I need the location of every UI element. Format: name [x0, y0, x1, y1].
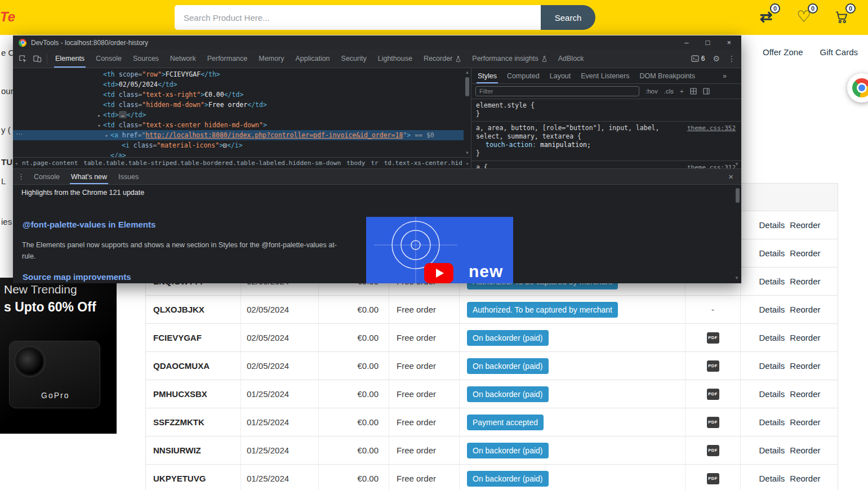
drawer-menu-icon[interactable]: ⋮	[17, 169, 25, 184]
code-line[interactable]: <td class="text-xs-right">€0.00</td>	[13, 90, 464, 100]
code-line[interactable]: ▸<td>…</td>	[13, 110, 464, 120]
tab-dom-breakpoints[interactable]: DOM Breakpoints	[634, 68, 700, 83]
drawer-scroll-down-icon[interactable]: ▼	[735, 275, 739, 280]
details-link[interactable]: Details	[759, 389, 785, 399]
breadcrumb-item[interactable]: tbody	[346, 159, 365, 168]
nav-gift-cards[interactable]: Gift Cards	[820, 47, 858, 57]
styles-filter-input[interactable]	[475, 86, 639, 96]
code-line[interactable]: <td class="hidden-md-down">Free order</t…	[13, 100, 464, 110]
inspect-element-icon[interactable]	[15, 50, 30, 68]
compare-button[interactable]: ⇄ 0	[756, 7, 776, 26]
tab-application[interactable]: Application	[290, 50, 335, 68]
collapse-arrow-icon[interactable]: ▾	[96, 121, 103, 131]
minimize-button[interactable]: –	[684, 38, 688, 47]
details-link[interactable]: Details	[759, 417, 785, 427]
tab-performance[interactable]: Performance	[202, 50, 253, 68]
details-link[interactable]: Details	[759, 248, 785, 258]
details-link[interactable]: Details	[759, 305, 785, 314]
pdf-invoice-icon[interactable]: PDF	[707, 417, 719, 428]
reorder-link[interactable]: Reorder	[790, 389, 820, 399]
tab-security[interactable]: Security	[336, 50, 372, 68]
details-link[interactable]: Details	[759, 446, 785, 455]
details-link[interactable]: Details	[759, 277, 785, 286]
reorder-link[interactable]: Reorder	[790, 446, 820, 455]
drawer-tab-console[interactable]: Console	[28, 169, 65, 184]
breadcrumb-item[interactable]: table.table.table-striped.table-bordered…	[83, 159, 341, 168]
search-input[interactable]	[175, 5, 541, 30]
drawer-close-icon[interactable]: ×	[725, 169, 737, 184]
reorder-link[interactable]: Reorder	[790, 305, 820, 314]
pdf-invoice-icon[interactable]: PDF	[707, 389, 719, 400]
styles-scroll-down-icon[interactable]: ▼	[735, 162, 739, 167]
tab-recorder[interactable]: Recorder	[418, 50, 466, 68]
drawer-tab-what-s-new[interactable]: What's new	[65, 169, 113, 184]
details-link[interactable]: Details	[759, 474, 785, 483]
tab-adblock[interactable]: AdBlock	[553, 50, 590, 68]
reorder-link[interactable]: Reorder	[790, 220, 820, 230]
reorder-link[interactable]: Reorder	[790, 417, 820, 427]
element-classes-button[interactable]: .cls	[664, 88, 674, 95]
css-property[interactable]: touch-action: manipulation;	[476, 141, 737, 149]
close-button[interactable]: ×	[727, 38, 731, 47]
promo-banner[interactable]: New Trending s Upto 60% Off GoPro	[0, 278, 117, 434]
pdf-invoice-icon[interactable]: PDF	[707, 332, 719, 344]
device-toolbar-icon[interactable]	[30, 50, 44, 68]
css-selector[interactable]: element.style {	[476, 101, 737, 110]
tab-computed[interactable]: Computed	[502, 68, 545, 83]
scrollbar-thumb[interactable]	[465, 77, 469, 96]
settings-gear-icon[interactable]: ⚙	[713, 54, 720, 63]
reorder-link[interactable]: Reorder	[790, 474, 820, 483]
tab-lighthouse[interactable]: Lighthouse	[372, 50, 418, 68]
code-line[interactable]: ▾<td class="text-xs-center hidden-md-dow…	[13, 120, 464, 130]
grid-overlay-icon[interactable]	[690, 88, 697, 95]
tab-styles[interactable]: Styles	[473, 68, 502, 83]
console-messages-button[interactable]: 6	[691, 55, 705, 63]
details-link[interactable]: Details	[759, 333, 785, 342]
crumb-scroll-right-icon[interactable]: ▸	[466, 161, 469, 166]
tab-console[interactable]: Console	[90, 50, 127, 68]
chrome-floating-button[interactable]	[847, 73, 868, 103]
breadcrumb-item[interactable]: td.text-xs-center.hidden-md-down	[384, 159, 462, 168]
expand-arrow-icon[interactable]: ▸	[96, 110, 103, 121]
more-options-icon[interactable]: ⋮	[728, 54, 736, 63]
scroll-down-icon[interactable]: ▼	[465, 150, 470, 155]
drawer-scrollbar-thumb[interactable]	[736, 188, 740, 203]
details-link[interactable]: Details	[759, 220, 785, 230]
wishlist-button[interactable]: ♡ 0	[794, 7, 813, 26]
tab-elements[interactable]: Elements	[50, 50, 90, 68]
cart-button[interactable]: 0	[832, 7, 851, 26]
reorder-link[interactable]: Reorder	[790, 277, 820, 286]
pdf-invoice-icon[interactable]: PDF	[707, 445, 719, 456]
drawer-tab-issues[interactable]: Issues	[113, 169, 144, 184]
more-tabs-icon[interactable]: »	[723, 68, 740, 83]
youtube-play-button[interactable]	[424, 263, 453, 283]
breadcrumb-item[interactable]: tr	[371, 159, 378, 168]
more-actions-ellipsis[interactable]: ⋯	[16, 130, 23, 138]
reorder-link[interactable]: Reorder	[790, 361, 820, 371]
whatsnew-heading[interactable]: Source map improvements	[23, 272, 131, 282]
reorder-link[interactable]: Reorder	[790, 333, 820, 342]
tab-event-listeners[interactable]: Event Listeners	[576, 68, 634, 83]
breadcrumb-item[interactable]: nt.page-content	[22, 159, 78, 168]
details-link[interactable]: Details	[759, 361, 785, 371]
tab-network[interactable]: Network	[164, 50, 202, 68]
code-line[interactable]: <td>02/05/2024</td>	[13, 79, 464, 90]
computed-sidebar-icon[interactable]	[703, 88, 710, 95]
maximize-button[interactable]: □	[706, 38, 710, 47]
tab-layout[interactable]: Layout	[545, 68, 576, 83]
tab-sources[interactable]: Sources	[127, 50, 164, 68]
code-line[interactable]: <th scope="row">FCIEVYGAF</th>	[13, 69, 464, 79]
tab-performance-insights[interactable]: Performance insights	[466, 50, 552, 68]
scroll-up-icon[interactable]: ▲	[465, 70, 470, 75]
search-button[interactable]: Search	[541, 5, 595, 30]
reorder-link[interactable]: Reorder	[790, 248, 820, 258]
whatsnew-heading[interactable]: @font-palette-values in Elements	[23, 220, 155, 229]
pdf-invoice-icon[interactable]: PDF	[707, 473, 719, 484]
pdf-invoice-icon[interactable]: PDF	[707, 360, 719, 372]
store-logo[interactable]: Te	[0, 9, 15, 25]
code-line[interactable]: <i class="material-icons">⊡</i>	[13, 140, 464, 150]
elements-scrollbar[interactable]: ▲ ▼	[464, 68, 471, 157]
collapse-arrow-icon[interactable]: ▾	[103, 131, 110, 141]
stylesheet-source-link[interactable]: theme.css:352	[687, 124, 736, 132]
video-thumbnail[interactable]: new	[366, 217, 513, 283]
